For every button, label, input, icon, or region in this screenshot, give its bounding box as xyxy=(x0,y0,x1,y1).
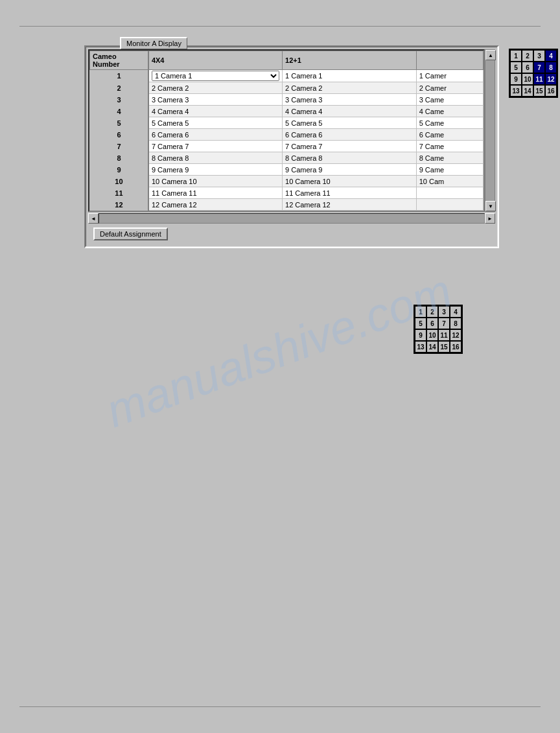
scroll-down-button[interactable]: ▼ xyxy=(485,201,496,211)
grid2-cell-5[interactable]: 5 xyxy=(415,318,426,329)
cell-partial: 5 Came xyxy=(416,117,483,129)
grid1-cell-13[interactable]: 13 xyxy=(510,85,522,97)
dropdown-4x4-row1[interactable]: 1 Camera 1 xyxy=(152,71,279,81)
table-row: 55 Camera 55 Camera 55 Came xyxy=(90,117,484,129)
table-row: 11 Camera 11 Camera 11 Camer xyxy=(90,70,484,82)
scroll-up-button[interactable]: ▲ xyxy=(485,50,496,60)
cell-12plus1: 3 Camera 3 xyxy=(283,94,417,106)
cell-partial: 1 Camer xyxy=(416,70,483,82)
cell-4x4: 3 Camera 3 xyxy=(148,94,283,106)
grid1-cell-9[interactable]: 9 xyxy=(510,73,522,85)
cell-12plus1: 10 Camera 10 xyxy=(283,176,417,187)
grid2-cell-6[interactable]: 6 xyxy=(426,318,438,329)
cell-12plus1: 12 Camera 12 xyxy=(283,199,417,211)
grid1-cell-7[interactable]: 7 xyxy=(533,62,545,73)
grid2-cell-12[interactable]: 12 xyxy=(450,329,461,341)
main-table-area: Cameo Number 4X4 12+1 11 Camera 11 Camer… xyxy=(88,49,485,212)
grid2-cell-2[interactable]: 2 xyxy=(426,306,438,318)
cell-4x4[interactable]: 1 Camera 1 xyxy=(148,70,283,82)
cameo-number: 6 xyxy=(90,129,148,141)
scroll-right-button[interactable]: ► xyxy=(485,213,495,224)
cell-4x4: 6 Camera 6 xyxy=(148,129,283,141)
camera-grid-1: 12345678910111213141516 xyxy=(509,49,558,98)
table-row: 22 Camera 22 Camera 22 Camer xyxy=(90,82,484,94)
grid1-cell-10[interactable]: 10 xyxy=(522,73,533,85)
cell-4x4: 2 Camera 2 xyxy=(148,82,283,94)
grid2-cell-14[interactable]: 14 xyxy=(426,341,438,353)
grid2-cell-1[interactable]: 1 xyxy=(415,306,426,318)
cell-4x4: 10 Camera 10 xyxy=(148,176,283,187)
table-row: 1212 Camera 1212 Camera 12 xyxy=(90,199,484,211)
cell-partial: 9 Came xyxy=(416,164,483,176)
table-row: 33 Camera 33 Camera 33 Came xyxy=(90,94,484,106)
dialog-box: Cameo Number 4X4 12+1 11 Camera 11 Camer… xyxy=(84,45,499,248)
grid1-cell-6[interactable]: 6 xyxy=(522,62,533,73)
cell-12plus1: 5 Camera 5 xyxy=(283,117,417,129)
cameo-number: 9 xyxy=(90,164,148,176)
grid1-cell-4[interactable]: 4 xyxy=(545,50,557,62)
cell-4x4: 12 Camera 12 xyxy=(148,199,283,211)
grid1-cell-15[interactable]: 15 xyxy=(533,85,545,97)
grid1-cell-14[interactable]: 14 xyxy=(522,85,533,97)
cameo-number: 10 xyxy=(90,176,148,187)
header-4x4: 4X4 xyxy=(148,51,283,70)
grid2-cell-8[interactable]: 8 xyxy=(450,318,461,329)
cell-4x4: 11 Camera 11 xyxy=(148,187,283,199)
grid1-cell-16[interactable]: 16 xyxy=(545,85,557,97)
hscroll-track xyxy=(99,213,485,224)
grid2-cell-4[interactable]: 4 xyxy=(450,306,461,318)
dialog-inner: Cameo Number 4X4 12+1 11 Camera 11 Camer… xyxy=(86,47,498,247)
table-row: 77 Camera 77 Camera 77 Came xyxy=(90,141,484,152)
table-scroll-container: Cameo Number 4X4 12+1 11 Camera 11 Camer… xyxy=(88,49,495,212)
cell-4x4: 5 Camera 5 xyxy=(148,117,283,129)
camera-table: Cameo Number 4X4 12+1 11 Camera 11 Camer… xyxy=(89,51,484,211)
cell-partial: 6 Came xyxy=(416,129,483,141)
grid2-cell-11[interactable]: 11 xyxy=(438,329,450,341)
grid2-cell-7[interactable]: 7 xyxy=(438,318,450,329)
grid1-cell-1[interactable]: 1 xyxy=(510,50,522,62)
grid1-cell-11[interactable]: 11 xyxy=(533,73,545,85)
grid1-cell-8[interactable]: 8 xyxy=(545,62,557,73)
cell-12plus1: 11 Camera 11 xyxy=(283,187,417,199)
cell-partial: 2 Camer xyxy=(416,82,483,94)
grid2-cell-3[interactable]: 3 xyxy=(438,306,450,318)
grid1-cell-3[interactable]: 3 xyxy=(533,50,545,62)
cell-12plus1: 6 Camera 6 xyxy=(283,129,417,141)
grid1-cell-12[interactable]: 12 xyxy=(545,73,557,85)
cell-12plus1: 2 Camera 2 xyxy=(283,82,417,94)
grid2-cell-15[interactable]: 15 xyxy=(438,341,450,353)
scroll-track xyxy=(485,60,495,201)
cameo-number: 11 xyxy=(90,187,148,199)
table-row: 88 Camera 88 Camera 88 Came xyxy=(90,152,484,164)
header-partial xyxy=(416,51,483,70)
cell-partial: 8 Came xyxy=(416,152,483,164)
cell-12plus1: 1 Camera 1 xyxy=(283,70,417,82)
hscrollbar-row: ◄ ► xyxy=(88,213,495,224)
grid2-cell-13[interactable]: 13 xyxy=(415,341,426,353)
camera-grid-2: 12345678910111213141516 xyxy=(414,305,463,354)
header-12plus1: 12+1 xyxy=(283,51,417,70)
cell-12plus1: 7 Camera 7 xyxy=(283,141,417,152)
watermark: manualshive.com xyxy=(99,264,459,438)
cameo-number: 4 xyxy=(90,106,148,117)
scroll-left-button[interactable]: ◄ xyxy=(88,213,99,224)
cell-partial xyxy=(416,199,483,211)
grid1-cell-2[interactable]: 2 xyxy=(522,50,533,62)
cell-12plus1: 4 Camera 4 xyxy=(283,106,417,117)
grid2-cell-10[interactable]: 10 xyxy=(426,329,438,341)
table-row: 1111 Camera 1111 Camera 11 xyxy=(90,187,484,199)
vertical-scrollbar[interactable]: ▲ ▼ xyxy=(485,49,495,212)
default-assignment-button[interactable]: Default Assignment xyxy=(93,227,168,240)
table-row: 99 Camera 99 Camera 99 Came xyxy=(90,164,484,176)
grid2-cell-9[interactable]: 9 xyxy=(415,329,426,341)
monitor-a-display-tab[interactable]: Monitor A Display xyxy=(120,37,187,49)
page-container: Monitor A Display Cameo Number 4X4 12+1 xyxy=(0,0,560,733)
grid1-cell-5[interactable]: 5 xyxy=(510,62,522,73)
cell-4x4: 8 Camera 8 xyxy=(148,152,283,164)
cell-partial xyxy=(416,187,483,199)
cell-12plus1: 9 Camera 9 xyxy=(283,164,417,176)
cameo-number: 1 xyxy=(90,70,148,82)
table-row: 44 Camera 44 Camera 44 Came xyxy=(90,106,484,117)
grid2-cell-16[interactable]: 16 xyxy=(450,341,461,353)
cameo-number: 8 xyxy=(90,152,148,164)
